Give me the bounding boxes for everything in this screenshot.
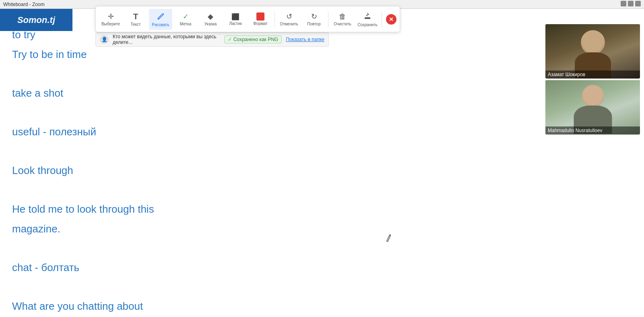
window-maximize[interactable] — [628, 1, 634, 6]
window-close[interactable] — [635, 1, 641, 6]
format-label: Формат — [253, 21, 268, 26]
close-icon: ✕ — [389, 16, 394, 23]
redo-icon: ↻ — [311, 12, 317, 21]
svg-rect-1 — [365, 17, 370, 19]
line-spacer2 — [12, 105, 632, 121]
show-in-folder-link[interactable]: Показать в папке — [286, 37, 324, 42]
notification-text: Кто может видеть данные, которыми вы зде… — [113, 34, 220, 45]
video-panel: Азамат Шокиров Mahmadullo Nusratulloev — [545, 24, 640, 135]
line-spacer4 — [12, 182, 632, 198]
toolbar-separator-1 — [275, 11, 275, 27]
line-look-through: Look through — [12, 163, 632, 178]
draw-label: Рисовать — [152, 23, 169, 27]
delete-icon: 🗑 — [339, 12, 346, 21]
video-participant-2: Mahmadullo Nusratulloev — [545, 80, 640, 135]
svg-marker-2 — [366, 12, 369, 17]
whiteboard-text: to try Try to be in time take a shot use… — [12, 27, 632, 317]
tool-eraser[interactable]: ⬛ Ластик — [224, 9, 247, 30]
tool-draw[interactable]: Рисовать — [149, 9, 172, 30]
notification-bar: 👤 Кто может видеть данные, которыми вы з… — [95, 32, 329, 47]
toolbar: ✛ Выберите T Текст Рисовать ✓ Метка ◆ Ук… — [95, 6, 400, 32]
logo-text: Somon.tj — [17, 15, 55, 25]
checkmark-icon: ✓ — [228, 37, 232, 42]
line-take-shot: take a shot — [12, 85, 632, 101]
toolbar-separator-2 — [328, 11, 328, 27]
line-spacer6 — [12, 280, 632, 295]
tool-redo[interactable]: ↻ Повтор — [302, 9, 326, 30]
line-what-chatting-1: What are you chatting about — [12, 298, 632, 314]
redo-label: Повтор — [307, 22, 320, 26]
line-chat: chat - болтать — [12, 260, 632, 276]
toolbar-close-button[interactable]: ✕ — [386, 14, 396, 25]
toolbar-separator-3 — [382, 11, 382, 27]
pointer-label: Указка — [204, 22, 217, 26]
line-spacer5 — [12, 241, 632, 257]
tool-pointer[interactable]: ◆ Указка — [199, 9, 222, 30]
line-spacer1 — [12, 66, 632, 82]
logo: Somon.tj — [0, 9, 72, 31]
delete-label: Очистить — [334, 22, 351, 26]
line-he-told-1: He told me to look through this — [12, 201, 632, 217]
svg-line-0 — [158, 19, 159, 19]
tool-delete[interactable]: 🗑 Очистить — [331, 9, 354, 30]
line-try-time: Try to be in time — [12, 47, 632, 62]
video-participant-1: Азамат Шокиров — [545, 24, 640, 79]
participant-2-name: Mahmadullo Nusratulloev — [545, 126, 640, 135]
participant-1-name: Азамат Шокиров — [545, 70, 640, 79]
window-title: Whiteboard - Zoom — [3, 2, 45, 7]
tool-select[interactable]: ✛ Выберите — [99, 9, 122, 30]
tool-undo[interactable]: ↺ Отменить — [277, 9, 301, 30]
save-icon — [363, 12, 372, 22]
line-spacer3 — [12, 144, 632, 160]
text-label: Текст — [130, 22, 140, 27]
line-useful: useful - полезный — [12, 124, 632, 140]
save-label: Сохранить — [357, 23, 378, 27]
eraser-icon: ⬛ — [231, 13, 239, 21]
line-he-told-2: magazine. — [12, 221, 632, 237]
tool-text[interactable]: T Текст — [124, 9, 147, 30]
select-label: Выберите — [101, 22, 120, 26]
text-icon: T — [133, 12, 138, 21]
tool-format[interactable]: Формат — [249, 9, 272, 30]
eraser-label: Ластик — [229, 21, 242, 26]
undo-label: Отменить — [280, 22, 298, 26]
format-icon — [256, 12, 264, 21]
saved-notification: ✓ Сохранено как PNG — [224, 35, 282, 44]
select-icon: ✛ — [108, 12, 114, 21]
stamp-icon: ✓ — [183, 12, 189, 21]
undo-icon: ↺ — [286, 12, 292, 21]
tool-save[interactable]: Сохранить — [356, 9, 379, 30]
window-minimize[interactable] — [621, 1, 626, 6]
pointer-icon: ◆ — [208, 12, 213, 21]
stamp-label: Метка — [180, 22, 191, 26]
draw-icon — [157, 12, 165, 22]
tool-stamp[interactable]: ✓ Метка — [174, 9, 197, 30]
saved-text: Сохранено как PNG — [233, 37, 278, 42]
notification-user-icon: 👤 — [100, 35, 109, 44]
